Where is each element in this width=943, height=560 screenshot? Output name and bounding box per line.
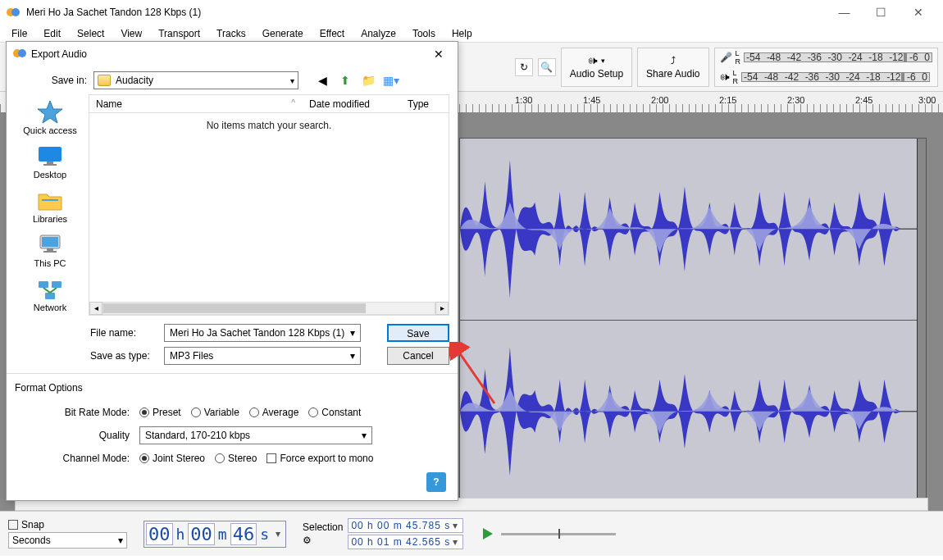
snap-label: Snap: [21, 519, 44, 530]
record-meter[interactable]: -54-48-42-36-30-24-18-12-60: [744, 52, 932, 62]
folder-icon: [98, 75, 111, 86]
places-sidebar: Quick access Desktop Libraries This PC N…: [15, 94, 85, 316]
svg-point-8: [18, 49, 26, 57]
svg-marker-9: [38, 101, 62, 123]
dialog-close-button[interactable]: ✕: [426, 48, 451, 61]
playback-meter[interactable]: -54-48-42-36-30-24-18-12-60: [741, 72, 930, 82]
svg-rect-10: [39, 147, 61, 162]
svg-point-1: [11, 8, 20, 16]
audio-setup-group[interactable]: 🕪▾ Audio Setup: [561, 48, 632, 87]
save-button[interactable]: Save: [387, 324, 449, 342]
menu-effect[interactable]: Effect: [312, 26, 353, 41]
svg-rect-13: [42, 199, 58, 201]
save-as-type-select[interactable]: MP3 Files▾: [164, 347, 361, 365]
snap-checkbox[interactable]: [8, 520, 18, 530]
meters: 🎤 LR -54-48-42-36-30-24-18-12-60 🕪 LR -5…: [714, 48, 939, 87]
close-button[interactable]: ✕: [900, 0, 936, 25]
mic-icon[interactable]: 🎤: [720, 52, 732, 63]
title-bar: Meri Ho Ja Sachet Tandon 128 Kbps (1) — …: [0, 0, 943, 25]
dialog-logo-icon: [13, 47, 26, 62]
menu-generate[interactable]: Generate: [254, 26, 312, 41]
speaker-icon: 🕪: [588, 55, 598, 66]
menu-tools[interactable]: Tools: [404, 26, 444, 41]
app-logo-icon: [7, 6, 20, 19]
file-browser[interactable]: Name Date modified Type No items match y…: [89, 94, 449, 316]
save-in-label: Save in:: [48, 75, 87, 86]
bitrate-preset-radio[interactable]: Preset: [139, 407, 181, 418]
export-dialog: Export Audio ✕ Save in: Audacity ▾ ◀ ⬆ 📁…: [6, 41, 458, 501]
column-type[interactable]: Type: [401, 98, 449, 110]
channel-mode-label: Channel Mode:: [56, 453, 130, 464]
selection-label: Selection: [303, 521, 343, 533]
save-as-type-label: Save as type:: [90, 350, 156, 362]
quality-label: Quality: [56, 430, 130, 441]
audio-setup-label: Audio Setup: [570, 68, 623, 80]
up-folder-icon[interactable]: ⬆: [336, 71, 354, 89]
svg-rect-19: [52, 281, 61, 288]
place-network[interactable]: Network: [17, 276, 83, 312]
back-icon[interactable]: ◀: [313, 71, 331, 89]
main-timecode[interactable]: 00h 00m 46s ▾: [144, 521, 286, 548]
menu-view[interactable]: View: [112, 26, 150, 41]
cancel-button[interactable]: Cancel: [387, 347, 449, 365]
place-quick-access[interactable]: Quick access: [17, 99, 83, 135]
svg-rect-16: [47, 248, 53, 251]
place-libraries[interactable]: Libraries: [17, 188, 83, 224]
svg-line-22: [50, 288, 57, 293]
selection-start[interactable]: 00 h 00 m 45.785 s▾: [348, 518, 463, 533]
zoom-button[interactable]: 🔍: [538, 58, 556, 76]
menu-bar: File Edit Select View Transport Tracks G…: [0, 25, 943, 43]
file-list-hscroll[interactable]: ◂▸: [89, 302, 449, 315]
svg-rect-12: [43, 164, 57, 166]
selection-end[interactable]: 00 h 01 m 42.565 s▾: [348, 535, 463, 549]
svg-rect-15: [42, 237, 58, 247]
play-at-speed-button[interactable]: [480, 526, 496, 542]
view-menu-icon[interactable]: ▦▾: [382, 71, 400, 89]
meter-lr-label: LR: [736, 49, 741, 66]
svg-rect-20: [45, 293, 55, 299]
format-options-header: Format Options: [15, 382, 449, 394]
minimize-button[interactable]: —: [826, 0, 863, 25]
share-audio-group[interactable]: ⤴ Share Audio: [637, 48, 708, 87]
dialog-title: Export Audio: [26, 48, 426, 60]
maximize-button[interactable]: ☐: [863, 0, 900, 25]
quality-select[interactable]: Standard, 170-210 kbps▾: [139, 426, 372, 444]
menu-select[interactable]: Select: [69, 26, 112, 41]
save-in-select[interactable]: Audacity ▾: [93, 71, 298, 89]
channel-stereo-radio[interactable]: Stereo: [215, 453, 257, 464]
channel-joint-radio[interactable]: Joint Stereo: [139, 453, 205, 464]
menu-analyze[interactable]: Analyze: [353, 26, 404, 41]
menu-edit[interactable]: Edit: [35, 26, 69, 41]
menu-help[interactable]: Help: [444, 26, 481, 41]
svg-rect-18: [39, 281, 48, 288]
svg-rect-11: [47, 162, 53, 164]
bitrate-average-radio[interactable]: Average: [249, 407, 298, 418]
upload-icon: ⤴: [671, 55, 676, 66]
column-name[interactable]: Name: [89, 98, 303, 110]
window-title: Meri Ho Ja Sachet Tandon 128 Kbps (1): [26, 7, 826, 18]
settings-icon[interactable]: ⚙: [303, 535, 343, 546]
meter-lr-label-2: LR: [733, 69, 739, 85]
file-name-input[interactable]: Meri Ho Ja Sachet Tandon 128 Kbps (1)▾: [164, 324, 361, 342]
snap-unit-select[interactable]: Seconds▾: [8, 532, 127, 549]
speaker-meter-icon[interactable]: 🕪: [720, 71, 730, 83]
column-date[interactable]: Date modified: [303, 98, 401, 110]
menu-transport[interactable]: Transport: [150, 26, 208, 41]
loop-button[interactable]: ↻: [515, 58, 533, 76]
bitrate-variable-radio[interactable]: Variable: [191, 407, 239, 418]
force-mono-checkbox[interactable]: Force export to mono: [266, 453, 373, 464]
new-folder-icon[interactable]: 📁: [359, 71, 377, 89]
place-this-pc[interactable]: This PC: [17, 232, 83, 268]
empty-message: No items match your search.: [89, 113, 449, 131]
place-desktop[interactable]: Desktop: [17, 143, 83, 180]
bitrate-mode-label: Bit Rate Mode:: [56, 407, 130, 418]
bottom-bar: Snap Seconds▾ 00h 00m 46s ▾ Selection ⚙ …: [0, 511, 943, 556]
svg-line-21: [43, 288, 50, 293]
file-name-label: File name:: [90, 327, 156, 339]
bitrate-constant-radio[interactable]: Constant: [308, 407, 361, 418]
menu-tracks[interactable]: Tracks: [208, 26, 254, 41]
menu-file[interactable]: File: [3, 26, 35, 41]
playback-speed-slider[interactable]: [501, 533, 616, 535]
audio-track[interactable]: [459, 138, 927, 503]
help-button[interactable]: ?: [426, 472, 446, 492]
